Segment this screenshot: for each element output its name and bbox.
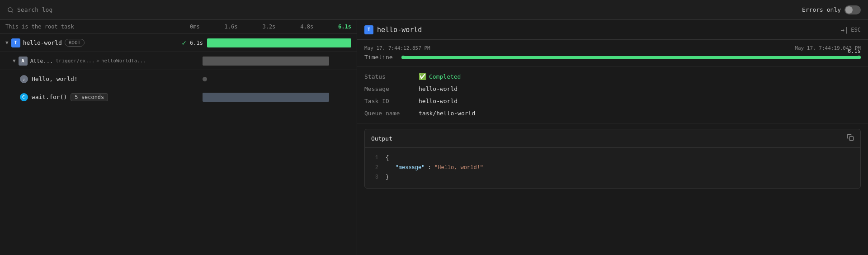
breadcrumb-part2: helloWorldTa... bbox=[101, 58, 146, 64]
task-type-icon: T bbox=[11, 38, 20, 47]
root-timeline-bar-area: 6.1s bbox=[186, 38, 351, 47]
root-badge: ROOT bbox=[65, 39, 85, 47]
code-line-2: 2 "message" : "Hello, world!" bbox=[371, 163, 854, 173]
task-header-row: This is the root task 0ms 1.6s 3.2s 4.8s… bbox=[0, 20, 357, 34]
hello-label: Hello, world! bbox=[32, 76, 78, 82]
attempt-timeline-bar bbox=[203, 57, 329, 66]
timeline-labels: 0ms 1.6s 3.2s 4.8s 6.1s bbox=[186, 24, 351, 30]
line-num-2: 2 bbox=[371, 163, 378, 173]
back-arrow-icon: →| bbox=[840, 26, 848, 33]
breadcrumb-part1: trigger/ex... bbox=[56, 58, 94, 64]
attempt-info: ▼ A Atte... trigger/ex... > helloWorldTa… bbox=[13, 57, 181, 66]
search-placeholder[interactable]: Search log bbox=[17, 6, 52, 13]
right-task-name: hello-world bbox=[377, 26, 422, 34]
right-panel: T hello-world →| ESC May 17, 7:44:12.857… bbox=[357, 20, 868, 255]
timeline-marker-1: 1.6s bbox=[225, 24, 238, 30]
root-task-row[interactable]: ▼ T hello-world ROOT ✓ 6.1s bbox=[0, 34, 357, 52]
hello-info: i Hello, world! bbox=[20, 75, 181, 83]
task-id-value: hello-world bbox=[419, 98, 458, 104]
queue-name-label: Queue name bbox=[364, 110, 419, 117]
completed-check-icon: ✓ bbox=[182, 38, 186, 47]
left-panel: This is the root task 0ms 1.6s 3.2s 4.8s… bbox=[0, 20, 357, 255]
errors-only-label: Errors only bbox=[802, 6, 841, 13]
output-code: 1 { 2 "message" : "Hello, world!" bbox=[365, 148, 860, 188]
errors-only-toggle[interactable] bbox=[844, 5, 861, 14]
line-num-1: 1 bbox=[371, 153, 378, 163]
timeline-track-row: Timeline 6.1s bbox=[364, 54, 861, 61]
detail-row-status: Status ✅ Completed bbox=[364, 70, 861, 83]
details-table: Status ✅ Completed Message hello-world T… bbox=[357, 66, 868, 123]
info-icon: i bbox=[20, 75, 28, 83]
right-title: T hello-world bbox=[364, 25, 422, 34]
output-section: Output 1 { 2 bbox=[364, 129, 861, 189]
wait-timeline-bar bbox=[203, 93, 329, 102]
hello-dot-marker bbox=[203, 77, 207, 81]
code-line-1: 1 { bbox=[371, 153, 854, 163]
attempt-timeline-area bbox=[181, 57, 351, 66]
wait-info: ⏱ wait.for() 5 seconds bbox=[20, 93, 181, 101]
expand-chevron-icon[interactable]: ▼ bbox=[5, 40, 9, 46]
timeline-marker-0: 0ms bbox=[190, 24, 200, 30]
breadcrumb-arrow-icon: > bbox=[96, 58, 99, 64]
timeline-track bbox=[401, 56, 861, 59]
wait-name: wait.for() bbox=[32, 94, 67, 100]
top-bar: Search log Errors only bbox=[0, 0, 868, 20]
line-num-3: 3 bbox=[371, 173, 378, 183]
output-header: Output bbox=[365, 129, 860, 148]
svg-line-1 bbox=[12, 11, 13, 12]
search-area: Search log bbox=[7, 6, 52, 13]
code-brace-open: { bbox=[386, 153, 389, 163]
root-task-name: hello-world bbox=[23, 39, 62, 46]
timeline-dates: May 17, 7:44:12.857 PM May 17, 7:44:19.0… bbox=[364, 45, 861, 51]
svg-rect-2 bbox=[849, 137, 854, 141]
timeline-track-container: 6.1s bbox=[401, 56, 861, 59]
code-content-2: "message" : "Hello, world!" bbox=[386, 163, 483, 173]
hello-timeline-area bbox=[181, 77, 351, 81]
wait-row[interactable]: ⏱ wait.for() 5 seconds bbox=[0, 88, 357, 106]
attempt-row[interactable]: ▼ A Atte... trigger/ex... > helloWorldTa… bbox=[0, 52, 357, 70]
timeline-marker-2: 3.2s bbox=[262, 24, 275, 30]
search-icon bbox=[7, 7, 14, 13]
attempt-type-icon: A bbox=[19, 57, 28, 66]
seconds-badge: 5 seconds bbox=[71, 93, 108, 101]
esc-label[interactable]: ESC bbox=[851, 27, 861, 33]
detail-row-message: Message hello-world bbox=[364, 83, 861, 95]
output-title: Output bbox=[371, 135, 392, 142]
wait-timeline-area bbox=[181, 93, 351, 102]
errors-only-area: Errors only bbox=[802, 5, 861, 14]
status-label: Status bbox=[364, 73, 419, 80]
queue-name-value: task/hello-world bbox=[419, 110, 475, 117]
status-check-icon: ✅ bbox=[419, 73, 426, 80]
attempt-name: Atte... bbox=[30, 58, 53, 64]
code-brace-close: } bbox=[386, 173, 389, 183]
root-task-info: ▼ T hello-world ROOT ✓ bbox=[5, 38, 186, 47]
root-task-label: This is the root task bbox=[5, 24, 74, 30]
root-duration-label: 6.1s bbox=[190, 40, 203, 46]
root-timeline-bar bbox=[207, 38, 351, 47]
status-value: ✅ Completed bbox=[419, 73, 461, 80]
timeline-label: Timeline bbox=[364, 54, 396, 61]
task-id-label: Task ID bbox=[364, 98, 419, 104]
timeline-marker-3: 4.8s bbox=[300, 24, 313, 30]
svg-point-0 bbox=[8, 7, 12, 11]
right-header: T hello-world →| ESC bbox=[357, 20, 868, 40]
code-string-value: "Hello, world!" bbox=[434, 165, 483, 171]
hello-row[interactable]: i Hello, world! bbox=[0, 70, 357, 88]
attempt-expand-icon[interactable]: ▼ bbox=[13, 58, 16, 64]
main-content: This is the root task 0ms 1.6s 3.2s 4.8s… bbox=[0, 20, 868, 255]
right-content: May 17, 7:44:12.857 PM May 17, 7:44:19.0… bbox=[357, 40, 868, 255]
message-value: hello-world bbox=[419, 85, 458, 92]
status-text: Completed bbox=[429, 73, 461, 80]
clock-icon: ⏱ bbox=[20, 93, 28, 101]
code-key: "message" bbox=[396, 165, 425, 171]
right-task-icon: T bbox=[364, 25, 373, 34]
timeline-section: May 17, 7:44:12.857 PM May 17, 7:44:19.0… bbox=[357, 40, 868, 66]
timeline-marker-4: 6.1s bbox=[338, 24, 351, 30]
breadcrumb-path: trigger/ex... > helloWorldTa... bbox=[56, 58, 146, 64]
message-label: Message bbox=[364, 85, 419, 92]
timeline-duration-label: 6.1s bbox=[848, 48, 861, 54]
detail-row-task-id: Task ID hello-world bbox=[364, 95, 861, 107]
esc-area: →| ESC bbox=[840, 26, 861, 33]
copy-icon[interactable] bbox=[847, 134, 854, 143]
timeline-start-time: May 17, 7:44:12.857 PM bbox=[364, 45, 430, 51]
